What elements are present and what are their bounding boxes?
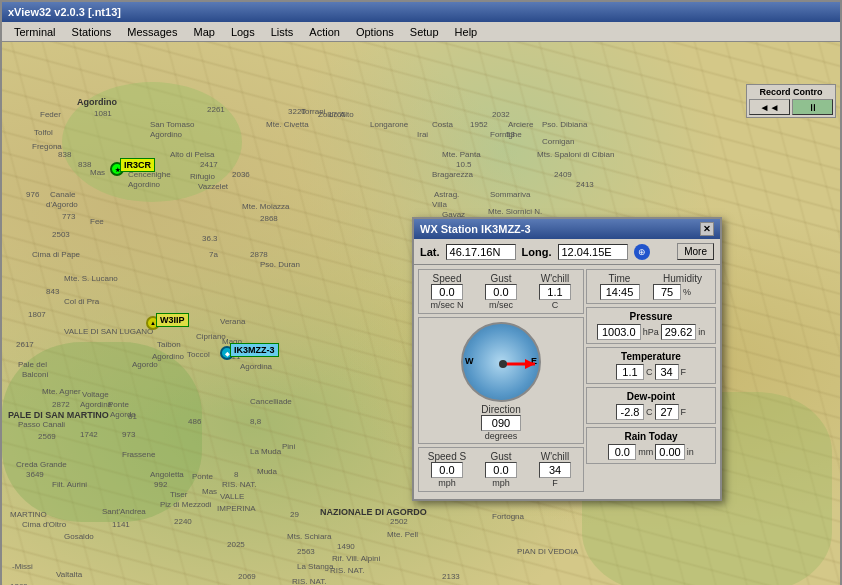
wchill-s-unit: F <box>552 478 558 488</box>
menu-messages[interactable]: Messages <box>119 24 185 40</box>
dew-title: Dew-point <box>590 391 712 402</box>
time-value: 14:45 <box>600 284 640 300</box>
wx-rain-values: 0.0 mm 0.00 in <box>590 444 712 460</box>
speed-s-value: 0.0 <box>431 462 463 478</box>
wind-compass: W E <box>461 322 541 402</box>
menu-options[interactable]: Options <box>348 24 402 40</box>
wx-coords-row: Lat. 46.17.16N Long. 12.04.15E ⊕ More <box>414 239 720 265</box>
wx-speed-s-headers: Speed S Gust W'chill <box>422 451 580 462</box>
dew-c-value: -2.8 <box>616 404 644 420</box>
menu-action[interactable]: Action <box>301 24 348 40</box>
temp-title: Temperature <box>590 351 712 362</box>
map-forest-1 <box>62 82 242 202</box>
wx-compass-section: W E <box>418 317 584 444</box>
dew-f-unit: F <box>681 407 687 417</box>
direction-header: Direction <box>481 404 520 415</box>
coord-icon: ⊕ <box>634 244 650 260</box>
rain-in-unit: in <box>687 447 694 457</box>
gust-s-unit: mph <box>492 478 510 488</box>
menu-map[interactable]: Map <box>185 24 222 40</box>
station-label-ir3cr: IR3CR <box>120 158 155 172</box>
wx-right-panel: Time Humidity 14:45 75 % <box>586 269 716 495</box>
lon-label: Long. <box>522 246 552 258</box>
record-rewind-button[interactable]: ◄◄ <box>749 99 790 115</box>
speed-header: Speed <box>433 273 462 284</box>
humidity-value: 75 <box>653 284 681 300</box>
speed-s-header: Speed S <box>428 451 466 462</box>
lat-value: 46.17.16N <box>446 244 516 260</box>
temp-f-value: 34 <box>655 364 679 380</box>
wx-left-panel: Speed Gust W'chill 0.0 <box>418 269 584 495</box>
wchill-header: W'chill <box>541 273 570 284</box>
temp-c-unit: C <box>646 367 653 377</box>
record-pause-button[interactable]: ⏸ <box>792 99 833 115</box>
dew-c-unit: C <box>646 407 653 417</box>
menu-bar: Terminal Stations Messages Map Logs List… <box>2 22 840 42</box>
wx-rain-section: Rain Today 0.0 mm 0.00 in <box>586 427 716 464</box>
speed-s-unit: mph <box>438 478 456 488</box>
wx-main-content: Speed Gust W'chill 0.0 <box>414 265 720 499</box>
menu-lists[interactable]: Lists <box>263 24 302 40</box>
lat-label: Lat. <box>420 246 440 258</box>
wx-dialog-title: WX Station IK3MZZ-3 <box>420 223 531 235</box>
record-control-title: Record Contro <box>749 87 833 97</box>
rain-in-value: 0.00 <box>655 444 684 460</box>
svg-point-2 <box>499 360 507 368</box>
speed-unit: m/sec N <box>430 300 463 310</box>
record-control: Record Contro ◄◄ ⏸ <box>746 84 836 118</box>
humidity-unit: % <box>683 287 691 297</box>
wx-dialog-close[interactable]: ✕ <box>700 222 714 236</box>
wx-speed-section: Speed Gust W'chill 0.0 <box>418 269 584 314</box>
app-window: xView32 v2.0.3 [.nt13] Terminal Stations… <box>0 0 842 585</box>
compass-needle-svg <box>463 324 543 404</box>
dew-f-value: 27 <box>655 404 679 420</box>
pressure-title: Pressure <box>590 311 712 322</box>
wx-speed-s-values: 0.0 0.0 34 <box>422 462 580 478</box>
rain-mm-unit: mm <box>638 447 653 457</box>
gust-s-header: Gust <box>490 451 511 462</box>
wx-speed-s-units: mph mph F <box>422 478 580 488</box>
gust-unit: m/sec <box>489 300 513 310</box>
compass-circle: W E <box>461 322 541 402</box>
wx-time-values: 14:45 75 % <box>590 284 712 300</box>
time-header: Time <box>609 273 631 284</box>
gust-value: 0.0 <box>485 284 517 300</box>
humidity-header: Humidity <box>663 273 702 284</box>
map-forest-2 <box>2 342 202 522</box>
menu-terminal[interactable]: Terminal <box>6 24 64 40</box>
menu-logs[interactable]: Logs <box>223 24 263 40</box>
record-control-buttons: ◄◄ ⏸ <box>749 99 833 115</box>
speed-value: 0.0 <box>431 284 463 300</box>
gust-header: Gust <box>490 273 511 284</box>
pressure-inhg-value: 29.62 <box>661 324 697 340</box>
wx-pressure-section: Pressure 1003.0 hPa 29.62 in <box>586 307 716 344</box>
pressure-hpa-unit: hPa <box>643 327 659 337</box>
pressure-hpa-value: 1003.0 <box>597 324 641 340</box>
menu-help[interactable]: Help <box>447 24 486 40</box>
map-area[interactable]: AgordinoFederTolfolFregona2261San Tomaso… <box>2 42 840 585</box>
wx-dialog-titlebar: WX Station IK3MZZ-3 ✕ <box>414 219 720 239</box>
menu-stations[interactable]: Stations <box>64 24 120 40</box>
rain-title: Rain Today <box>590 431 712 442</box>
wx-temp-section: Temperature 1.1 C 34 F <box>586 347 716 384</box>
wx-dew-values: -2.8 C 27 F <box>590 404 712 420</box>
temp-c-value: 1.1 <box>616 364 644 380</box>
lon-value: 12.04.15E <box>558 244 628 260</box>
svg-marker-1 <box>525 359 535 369</box>
wx-dialog: WX Station IK3MZZ-3 ✕ Lat. 46.17.16N Lon… <box>412 217 722 501</box>
wx-time-section: Time Humidity 14:45 75 % <box>586 269 716 304</box>
wx-dew-section: Dew-point -2.8 C 27 F <box>586 387 716 424</box>
station-label-ik3mzz: IK3MZZ-3 <box>230 343 279 357</box>
gust-s-value: 0.0 <box>485 462 517 478</box>
rain-mm-value: 0.0 <box>608 444 636 460</box>
wchill-unit: C <box>552 300 559 310</box>
menu-setup[interactable]: Setup <box>402 24 447 40</box>
pressure-inhg-unit: in <box>698 327 705 337</box>
wchill-s-header: W'chill <box>541 451 570 462</box>
wx-speed-values: 0.0 0.0 1.1 <box>422 284 580 300</box>
wx-more-button[interactable]: More <box>677 243 714 260</box>
wx-temp-values: 1.1 C 34 F <box>590 364 712 380</box>
direction-unit: degrees <box>485 431 518 441</box>
temp-f-unit: F <box>681 367 687 377</box>
title-bar: xView32 v2.0.3 [.nt13] <box>2 2 840 22</box>
